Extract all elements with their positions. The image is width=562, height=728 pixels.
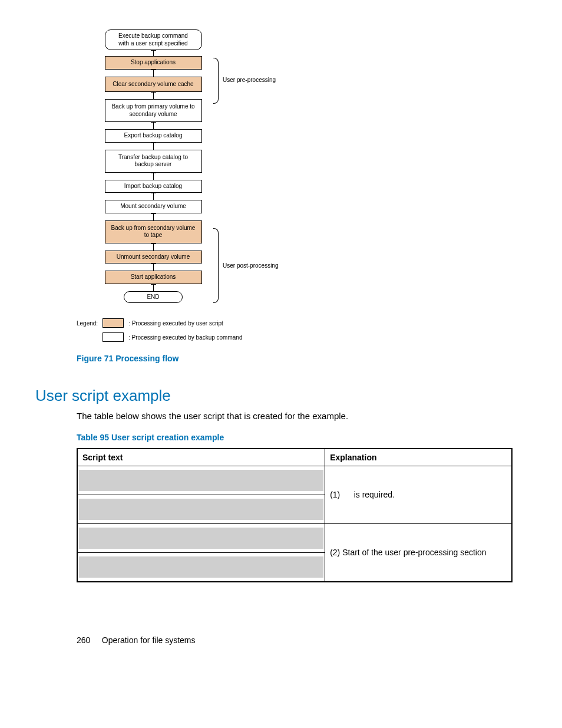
section-heading: User script example	[35, 387, 527, 405]
brace-pre	[213, 58, 219, 104]
flow-connector	[153, 143, 154, 150]
page: Execute backup command with a user scrip…	[0, 0, 562, 668]
explanation-cell-2: (2) Start of the user pre-processing sec…	[325, 524, 512, 582]
flow-step-4: Export backup catalog	[105, 129, 202, 143]
flow-step-9: Unmount secondary volume	[105, 251, 202, 264]
table-caption: Table 95 User script creation example	[77, 433, 527, 442]
flow-step-6: Import backup catalog	[105, 180, 202, 193]
figure-caption: Figure 71 Processing flow	[77, 354, 527, 363]
flow-connector	[153, 173, 154, 180]
legend-text-white: : Processing executed by backup command	[128, 334, 242, 341]
explanation-cell-1: (1) is required.	[325, 466, 512, 524]
flow-connector	[153, 193, 154, 200]
table-header-right: Explanation	[325, 449, 512, 466]
script-block	[79, 556, 323, 578]
table-header-row: Script text Explanation	[77, 449, 512, 466]
flow-step-7: Mount secondary volume	[105, 200, 202, 213]
flow-connector	[153, 122, 154, 129]
brace-post	[213, 228, 219, 303]
flow-step-5: Transfer backup catalog to backup server	[105, 150, 202, 173]
table-row: (2) Start of the user pre-processing sec…	[77, 524, 512, 553]
script-block	[79, 470, 323, 491]
table-row: (1) is required.	[77, 466, 512, 495]
flow-step-8: Back up from secondary volume to tape	[105, 220, 202, 243]
explanation-text: is required.	[354, 490, 395, 499]
script-block	[79, 499, 323, 520]
legend-box-tan	[103, 318, 124, 328]
flowchart: Execute backup command with a user scrip…	[77, 29, 342, 303]
brace-post-label: User post-processing	[223, 262, 278, 269]
flow-step-1: Stop applications	[105, 56, 202, 70]
flow-column: Execute backup command with a user scrip…	[94, 29, 212, 303]
flow-connector	[153, 263, 154, 271]
footer-label: Operation for file systems	[102, 635, 196, 645]
flow-start-node: Execute backup command with a user scrip…	[105, 29, 202, 50]
script-table: Script text Explanation (1) is required.…	[77, 448, 513, 582]
flow-connector	[153, 92, 154, 99]
explanation-num: (1)	[330, 490, 340, 499]
page-number: 260	[77, 635, 90, 645]
brace-pre-label: User pre-processing	[223, 77, 276, 83]
table-header-left: Script text	[77, 449, 325, 466]
flow-step-2: Clear secondary volume cache	[105, 77, 202, 93]
intro-text: The table below shows the user script th…	[77, 411, 527, 421]
script-block	[79, 528, 323, 549]
flow-connector	[153, 213, 154, 220]
flow-step-10: Start applications	[105, 271, 202, 284]
flow-step-3: Back up from primary volume to secondary…	[105, 99, 202, 122]
flow-connector	[153, 70, 154, 77]
flow-connector	[153, 284, 154, 291]
legend: Legend: : Processing executed by user sc…	[77, 318, 527, 342]
legend-box-white	[103, 332, 124, 342]
flow-connector	[153, 243, 154, 251]
page-footer: 260 Operation for file systems	[77, 635, 527, 645]
legend-text-tan: : Processing executed by user script	[128, 320, 223, 327]
flow-end-node: END	[124, 291, 183, 304]
flow-connector	[153, 50, 154, 56]
legend-title: Legend:	[77, 320, 98, 327]
